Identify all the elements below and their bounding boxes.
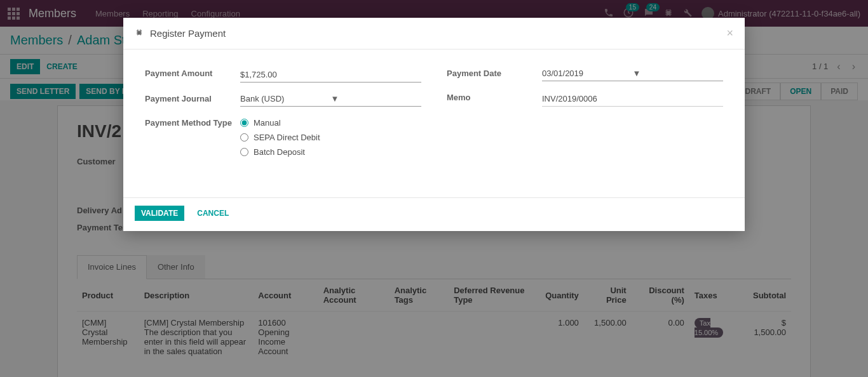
amount-label: Payment Amount [145,69,240,78]
chevron-down-icon: ▼ [633,69,724,78]
radio-sepa[interactable]: SEPA Direct Debit [240,133,320,142]
register-payment-modal: Register Payment × Payment Amount Paymen… [123,18,745,231]
radio-manual[interactable]: Manual [240,118,320,128]
radio-batch[interactable]: Batch Deposit [240,147,320,157]
method-label: Payment Method Type [145,118,240,128]
date-label: Payment Date [447,69,542,78]
date-input[interactable]: 03/01/2019 ▼ [542,69,723,81]
date-value: 03/01/2019 [542,69,633,78]
validate-button[interactable]: VALIDATE [135,206,184,221]
modal-header: Register Payment × [123,18,745,50]
amount-input[interactable] [240,69,421,83]
journal-label: Payment Journal [145,94,240,103]
chevron-down-icon: ▼ [331,94,422,103]
close-icon[interactable]: × [726,27,733,40]
memo-label: Memo [447,93,542,102]
journal-select[interactable]: Bank (USD) ▼ [240,94,421,107]
modal-overlay: Register Payment × Payment Amount Paymen… [0,0,868,377]
bug-icon[interactable] [135,28,144,39]
modal-title: Register Payment [150,28,226,39]
cancel-button[interactable]: CANCEL [197,209,229,218]
memo-input[interactable] [542,93,723,107]
modal-footer: VALIDATE CANCEL [123,197,745,231]
journal-value: Bank (USD) [240,94,331,103]
